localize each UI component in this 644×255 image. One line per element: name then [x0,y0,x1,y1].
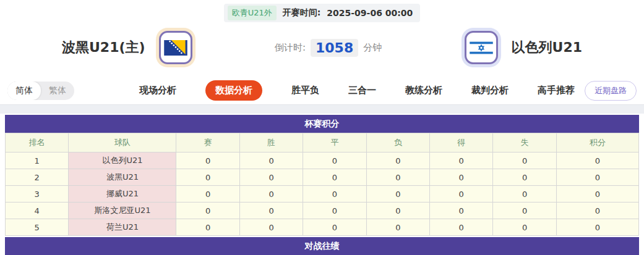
table-cell: 0 [493,186,556,203]
match-info-bar: 欧青U21外 开赛时间: 2025-09-06 00:00 [0,0,644,22]
nav-item-4[interactable]: 教练分析 [405,85,442,96]
table-cell: 0 [176,169,239,186]
column-header: 胜 [239,133,303,153]
h2h-section: 对战往绩 [5,237,639,255]
team-cell: 挪威U21 [69,186,176,203]
table-row: 1以色列U210000000 [6,153,639,169]
away-team-name: 以色列U21 [512,38,582,57]
nav-items: 现场分析数据分析胜平负三合一教练分析裁判分析高手推荐 [139,80,575,101]
nav-item-0[interactable]: 现场分析 [139,85,176,96]
table-cell: 0 [239,153,303,169]
table-cell: 0 [303,169,366,186]
home-team: 波黑U21(主) [62,31,192,64]
nav-bar: 简体繁体 现场分析数据分析胜平负三合一教练分析裁判分析高手推荐 近期盘路 [0,77,644,104]
table-cell: 0 [176,186,239,203]
nav-item-2[interactable]: 胜平负 [291,85,319,96]
column-header: 球队 [69,133,176,153]
table-cell: 0 [239,219,303,236]
kickoff-time: 2025-09-06 00:00 [327,8,413,18]
countdown-value: 1058 [311,39,358,57]
column-header: 赛 [176,133,239,153]
table-cell: 0 [366,203,429,219]
countdown: 倒计时: 1058 分钟 [275,39,382,57]
column-header: 平 [303,133,366,153]
table-cell: 0 [493,219,556,236]
table-cell: 0 [366,186,429,203]
table-cell: 0 [430,219,493,236]
table-cell: 0 [366,219,429,236]
bosnia-flag-icon [159,31,192,64]
table-row: 5荷兰U210000000 [6,219,639,236]
table-cell: 0 [176,203,239,219]
table-cell: 0 [493,203,556,219]
table-cell: 0 [430,169,493,186]
league-badge: 欧青U21外 [228,6,277,20]
divider-strip [0,104,644,114]
table-cell: 0 [366,153,429,169]
standings-title: 杯赛积分 [5,115,639,133]
kickoff-label: 开赛时间: [283,7,321,19]
language-toggle[interactable]: 简体繁体 [7,82,74,100]
table-cell: 0 [239,203,303,219]
table-cell: 0 [303,186,366,203]
standings-section: 杯赛积分 排名球队赛胜平负得失积分 1以色列U2100000002波黑U2100… [5,115,639,236]
nav-item-3[interactable]: 三合一 [348,85,376,96]
table-cell: 0 [303,219,366,236]
table-cell: 0 [176,219,239,236]
table-row: 2波黑U210000000 [6,169,639,186]
home-team-name: 波黑U21(主) [62,38,145,57]
column-header: 负 [366,133,429,153]
team-cell: 荷兰U21 [69,219,176,236]
table-cell: 0 [430,153,493,169]
team-cell: 波黑U21 [69,169,176,186]
table-cell: 5 [6,219,69,236]
column-header: 积分 [556,133,638,153]
standings-table: 排名球队赛胜平负得失积分 1以色列U2100000002波黑U210000000… [5,133,639,236]
table-cell: 4 [6,203,69,219]
lang-toggle-option-1[interactable]: 繁体 [41,82,74,100]
away-team: 以色列U21 [465,31,582,64]
table-row: 3挪威U210000000 [6,186,639,203]
table-row: 4斯洛文尼亚U210000000 [6,203,639,219]
table-cell: 0 [239,186,303,203]
column-header: 排名 [6,133,69,153]
lang-toggle-option-0[interactable]: 简体 [7,82,41,100]
nav-item-5[interactable]: 裁判分析 [471,85,509,96]
countdown-unit: 分钟 [363,42,382,54]
table-cell: 0 [239,169,303,186]
table-cell: 0 [556,153,638,169]
nav-item-1[interactable]: 数据分析 [205,80,262,101]
table-cell: 0 [493,153,556,169]
h2h-title: 对战往绩 [5,237,639,255]
table-cell: 0 [493,169,556,186]
table-cell: 0 [430,186,493,203]
team-cell: 斯洛文尼亚U21 [69,203,176,219]
standings-header-row: 排名球队赛胜平负得失积分 [6,133,639,153]
table-cell: 3 [6,186,69,203]
table-cell: 0 [556,219,638,236]
table-cell: 0 [366,169,429,186]
table-cell: 0 [430,203,493,219]
table-cell: 1 [6,153,69,169]
teams-row: 波黑U21(主) 倒计时: 1058 分钟 [0,22,644,77]
team-cell: 以色列U21 [69,153,176,169]
column-header: 失 [493,133,556,153]
table-cell: 0 [556,169,638,186]
table-cell: 0 [303,203,366,219]
table-cell: 0 [556,186,638,203]
israel-flag-icon [465,31,498,64]
table-cell: 0 [556,203,638,219]
table-cell: 2 [6,169,69,186]
countdown-label: 倒计时: [275,42,306,54]
nav-item-6[interactable]: 高手推荐 [538,85,575,96]
match-info: 欧青U21外 开赛时间: 2025-09-06 00:00 [224,4,421,22]
recent-trend-button[interactable]: 近期盘路 [585,81,637,101]
table-cell: 0 [176,153,239,169]
table-cell: 0 [303,153,366,169]
column-header: 得 [430,133,493,153]
